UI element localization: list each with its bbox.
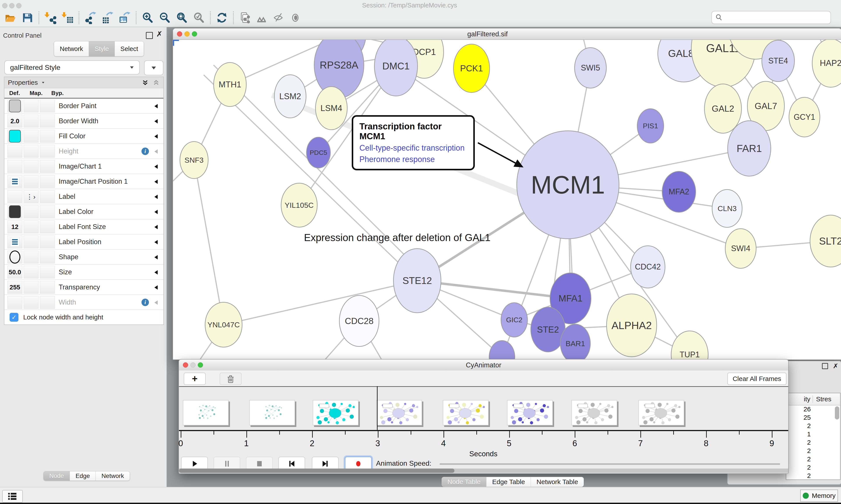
- network-edge[interactable]: [223, 281, 417, 325]
- bypass-cell[interactable]: [40, 130, 55, 143]
- bypass-cell[interactable]: [40, 236, 55, 248]
- property-row-fill-color[interactable]: Fill Color: [4, 129, 163, 144]
- search-input[interactable]: [711, 11, 831, 24]
- network-edge[interactable]: [194, 160, 223, 325]
- expand-all-icon[interactable]: [142, 79, 149, 86]
- minimize-window-button[interactable]: [9, 3, 15, 8]
- mapping-cell[interactable]: [24, 100, 38, 112]
- minimize-icon[interactable]: [184, 31, 190, 37]
- property-row-width[interactable]: Widthi: [4, 295, 163, 310]
- hide-selected-icon[interactable]: [272, 11, 286, 25]
- network-node-CDC42[interactable]: CDC42: [630, 246, 665, 288]
- float-panel-icon[interactable]: [822, 363, 828, 369]
- frame-thumbnail-8[interactable]: [639, 400, 684, 426]
- save-session-icon[interactable]: [20, 11, 35, 25]
- table-row[interactable]: 2: [786, 464, 840, 472]
- table-row[interactable]: 25: [786, 414, 840, 422]
- column-header-centrality[interactable]: ity: [786, 395, 813, 403]
- mapping-cell[interactable]: [24, 160, 38, 173]
- network-node-LSM4[interactable]: LSM4: [315, 86, 347, 130]
- network-node-GIC2[interactable]: GIC2: [501, 302, 528, 337]
- bypass-cell[interactable]: [40, 115, 55, 127]
- mapping-cell[interactable]: [24, 175, 38, 188]
- network-node-PDC5[interactable]: PDC5: [306, 137, 331, 168]
- default-value-cell[interactable]: [7, 160, 22, 173]
- animation-speed-slider[interactable]: [440, 463, 780, 465]
- properties-header[interactable]: Properties: [4, 77, 163, 88]
- mapping-cell[interactable]: [24, 236, 38, 248]
- expand-property-icon[interactable]: [155, 210, 158, 214]
- tab-edge[interactable]: Edge: [70, 471, 96, 481]
- show-all-icon[interactable]: [289, 11, 303, 25]
- mapping-cell[interactable]: [24, 220, 38, 233]
- bypass-cell[interactable]: [40, 266, 55, 278]
- expand-property-icon[interactable]: [155, 180, 158, 184]
- expand-property-icon[interactable]: [155, 104, 158, 108]
- expand-property-icon[interactable]: [155, 285, 158, 290]
- table-row[interactable]: 2: [786, 439, 840, 447]
- export-image-icon[interactable]: [118, 11, 132, 25]
- first-neighbors-icon[interactable]: [255, 11, 269, 25]
- bypass-cell[interactable]: [40, 145, 55, 158]
- tab-network-table[interactable]: Network Table: [531, 477, 584, 487]
- table-row[interactable]: 2: [786, 472, 840, 480]
- property-row-border-paint[interactable]: Border Paint: [4, 98, 163, 114]
- table-row[interactable]: 2: [786, 422, 840, 430]
- annotation-link[interactable]: Pheromone response: [359, 155, 467, 164]
- network-node-MFA2[interactable]: MFA2: [662, 171, 696, 213]
- expand-property-icon[interactable]: [155, 225, 158, 229]
- mapping-cell[interactable]: [24, 205, 38, 218]
- network-node-CDC28[interactable]: CDC28: [339, 295, 379, 347]
- delete-frame-button[interactable]: [220, 373, 241, 385]
- frame-thumbnail-4[interactable]: [376, 400, 422, 426]
- mapping-cell[interactable]: [24, 115, 38, 127]
- import-network-icon[interactable]: [43, 11, 58, 25]
- default-value-cell[interactable]: [7, 251, 22, 264]
- annotation-link[interactable]: Cell-type-specific transcription: [359, 143, 467, 152]
- property-row-transparency[interactable]: 255Transparency: [4, 280, 163, 295]
- bypass-cell[interactable]: [40, 160, 55, 173]
- default-value-cell[interactable]: [7, 236, 22, 248]
- import-table-icon[interactable]: [60, 11, 75, 25]
- tab-network[interactable]: Network: [96, 471, 130, 481]
- memory-button[interactable]: Memory: [800, 489, 838, 502]
- property-row-image-chart-1[interactable]: Image/Chart 1: [4, 159, 163, 174]
- property-row-height[interactable]: Heighti: [4, 144, 163, 159]
- property-row-shape[interactable]: Shape: [4, 250, 163, 265]
- info-icon[interactable]: i: [142, 299, 149, 306]
- export-network-icon[interactable]: [83, 11, 98, 25]
- annotation-box[interactable]: Transcription factor MCM1 Cell-type-spec…: [352, 115, 475, 170]
- zoom-window-button[interactable]: [16, 3, 21, 8]
- bypass-cell[interactable]: [40, 100, 55, 112]
- default-value-cell[interactable]: [7, 130, 22, 143]
- default-value-cell[interactable]: [7, 100, 22, 112]
- expand-property-icon[interactable]: [155, 270, 158, 274]
- frame-thumbnail-3[interactable]: [313, 400, 359, 426]
- cyanimator-titlebar[interactable]: CyAnimator: [179, 360, 788, 371]
- style-options-button[interactable]: [144, 60, 163, 75]
- default-value-cell[interactable]: [7, 205, 22, 218]
- zoom-in-icon[interactable]: [140, 11, 155, 25]
- frame-thumbnail-2[interactable]: [249, 400, 295, 426]
- zoom-fit-icon[interactable]: [175, 11, 189, 25]
- close-panel-icon[interactable]: ✗: [833, 363, 838, 369]
- close-panel-icon[interactable]: ✗: [156, 31, 163, 37]
- timeline-playhead[interactable]: [377, 386, 378, 430]
- bypass-cell[interactable]: [40, 190, 55, 203]
- property-row-label-font-size[interactable]: 12Label Font Size: [4, 219, 163, 234]
- expand-property-icon[interactable]: [155, 119, 158, 124]
- network-node-ALPHA2[interactable]: ALPHA2: [606, 293, 657, 357]
- collapse-all-icon[interactable]: [153, 79, 160, 86]
- network-snapshot-icon[interactable]: [238, 11, 252, 25]
- property-row-size[interactable]: 50.0Size: [4, 265, 163, 280]
- mapping-cell[interactable]: [24, 281, 38, 293]
- mapping-cell[interactable]: [24, 145, 38, 158]
- tab-select[interactable]: Select: [115, 41, 144, 56]
- property-row-label-position[interactable]: Label Position: [4, 234, 163, 250]
- default-value-cell[interactable]: 2.0: [7, 115, 22, 127]
- tab-node[interactable]: Node: [43, 471, 70, 481]
- export-table-icon[interactable]: [100, 11, 115, 25]
- default-value-cell[interactable]: 12: [7, 220, 22, 233]
- property-row-image-chart-position-1[interactable]: Image/Chart Position 1: [4, 174, 163, 189]
- default-value-cell[interactable]: [7, 190, 22, 203]
